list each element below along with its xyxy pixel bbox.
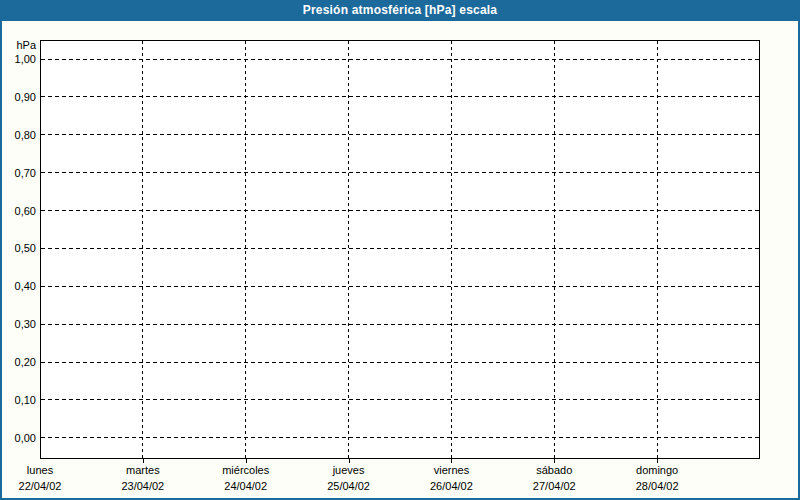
x-axis-tick [349, 459, 350, 463]
chart-window: Presión atmosférica [hPa] escala hPa 1,0… [0, 0, 800, 500]
x-axis-tick [246, 459, 247, 463]
y-tick-label: 0,90 [0, 90, 36, 104]
x-axis-tick [451, 459, 452, 463]
y-tick-label: 0,40 [0, 279, 36, 293]
y-tick-label: 1,00 [0, 52, 36, 66]
y-tick-label: 0,00 [0, 431, 36, 445]
x-axis-tick [143, 459, 144, 463]
chart-title-bar: Presión atmosférica [hPa] escala [0, 0, 800, 21]
y-axis-unit-label: hPa [0, 38, 36, 52]
plot-area [40, 40, 760, 459]
y-tick-label: 0,30 [0, 317, 36, 331]
y-tick-label: 0,50 [0, 241, 36, 255]
y-tick-label: 0,20 [0, 355, 36, 369]
y-tick-label: 0,60 [0, 204, 36, 218]
chart-title: Presión atmosférica [hPa] escala [303, 3, 498, 17]
y-tick-label: 0,10 [0, 393, 36, 407]
y-tick-label: 0,70 [0, 166, 36, 180]
gridlines [41, 41, 759, 458]
x-day-label: domingo [597, 464, 717, 477]
x-axis-tick [657, 459, 658, 463]
y-tick-label: 0,80 [0, 128, 36, 142]
x-axis-tick [554, 459, 555, 463]
x-date-label: 28/04/02 [597, 480, 717, 493]
